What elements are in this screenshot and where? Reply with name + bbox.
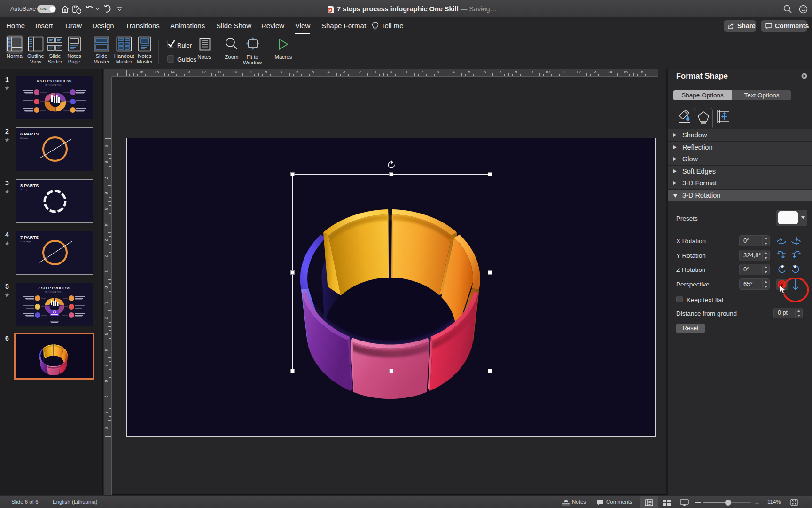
svg-text:P: P [328,8,331,13]
svg-text:6 STEPS PROCESS: 6 STEPS PROCESS [37,79,72,83]
svg-text:7 STEP PROCESS: 7 STEP PROCESS [38,286,70,290]
svg-text:6 PARTS: 6 PARTS [20,131,39,136]
svg-text:8 PARTS: 8 PARTS [20,183,39,188]
svg-text:INFOGRAPHIC: INFOGRAPHIC [45,84,63,86]
svg-text:7 PARTS: 7 PARTS [20,235,39,240]
svg-text:INFOGRAPHIC: INFOGRAPHIC [45,291,63,293]
svg-text:60° angle: 60° angle [20,137,29,139]
svg-text:51,43° angle: 51,43° angle [20,240,31,243]
svg-text:45° angle: 45° angle [20,189,29,191]
